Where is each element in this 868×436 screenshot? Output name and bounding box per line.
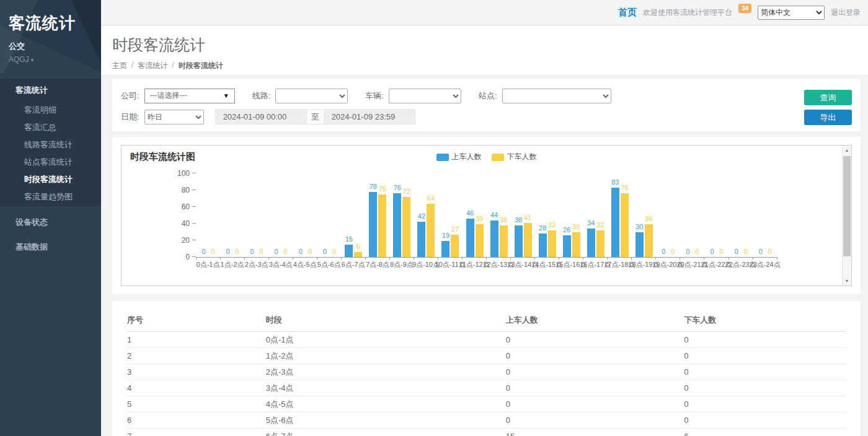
notification-badge[interactable]: 34 [738,4,751,13]
station-select[interactable] [502,89,611,103]
chart-bar-value: 44 [490,211,498,219]
date-range-group: 至 [215,109,415,124]
x-axis-category-label: 3点-4点 [269,260,293,269]
line-select[interactable] [275,89,348,103]
welcome-text: 欢迎使用客流统计管理平台 [643,7,732,18]
breadcrumb-passenger-stats[interactable]: 客流统计 [138,61,167,71]
table-header-cell: 序号 [127,311,266,332]
chart-bar-group: 1566点-7点 [341,174,365,257]
chart-bar-value: 76 [394,184,401,191]
chart-bar-value: 30 [572,223,580,230]
chart-bar-value: 19 [442,232,450,239]
legend-item-boarding[interactable]: 上车人数 [436,152,482,162]
vehicle-label: 车辆: [365,90,384,102]
filter-panel: 公司: ---请选择--- ▼ 线路: 车辆: 站点: 日期: 昨日 至 查询 … [112,79,861,131]
chart-bar [524,223,532,257]
vehicle-select[interactable] [389,89,461,103]
y-axis-tick-label: 100 [177,169,190,178]
y-axis-tick-mark [192,256,196,257]
table-cell: 6 [127,412,266,429]
language-select[interactable]: 简体中文 [758,6,825,20]
chart-bar [466,219,474,257]
home-link[interactable]: 首页 [618,7,637,19]
chart-bar-value: 0 [671,248,675,255]
select-arrow-icon: ▼ [223,92,229,99]
chart-bar-value: 15 [345,235,353,243]
chart-bar-group: 001点-2点 [220,174,244,257]
legend-label-alighting: 下车人数 [507,152,537,162]
sidebar-subitem[interactable]: 客流明细 [0,102,101,119]
table-cell: 0 [684,348,846,364]
date-preset-select[interactable]: 昨日 [144,110,204,124]
sidebar: 客流统计 公交 AQGJ▾ 客流统计 客流明细客流汇总线路客流统计站点客流统计时… [0,0,101,436]
chart-bar-value: 0 [202,248,205,255]
sidebar-item-device-status[interactable]: 设备状态 [0,210,101,235]
chart-bar-value: 0 [719,248,723,255]
chart-bar-value: 0 [710,248,714,255]
page-title: 时段客流统计 [112,35,868,55]
sidebar-item-base-data[interactable]: 基础数据 [0,235,101,259]
chart-bar-value: 38 [515,216,522,224]
table-cell: 5点-6点 [266,412,506,429]
table-row: 65点-6点00 [127,412,846,429]
line-label: 线路: [252,90,271,102]
chart-bar-value: 30 [636,223,643,230]
table-header-row: 序号时段上车人数下车人数 [127,311,846,332]
timeslot-table: 序号时段上车人数下车人数 10点-1点0021点-2点0032点-3点0043点… [127,311,846,436]
bar-chart-plot: 000点-1点001点-2点002点-3点003点-4点004点-5点005点-… [196,174,777,258]
table-row: 32点-3点00 [127,364,846,380]
chart-bar-value: 76 [621,184,628,191]
chart-bar-group: 463911点-12点 [463,174,487,257]
table-row: 10点-1点00 [127,332,846,348]
user-dropdown[interactable]: AQGJ▾ [9,55,92,64]
table-cell: 4 [127,380,266,396]
nav-group-passenger-stats: 客流统计 客流明细客流汇总线路客流统计站点客流统计时段客流统计客流量趋势图 [0,79,101,206]
sidebar-item-passenger-stats[interactable]: 客流统计 [0,79,101,102]
chart-bar-value: 0 [743,248,747,255]
sidebar-subitem[interactable]: 客流量趋势图 [0,188,101,206]
chart-bar [476,224,484,257]
search-button[interactable]: 查询 [804,90,852,105]
export-button[interactable]: 导出 [804,110,852,125]
x-axis-category-label: 0点-1点 [197,260,220,269]
chart-bar [548,230,556,257]
chart-bar-group: 002点-3点 [244,174,268,257]
chart-bar-value: 0 [284,248,288,255]
date-from-input[interactable] [215,109,307,124]
chart-bar [596,230,604,257]
logout-link[interactable]: 退出登录 [831,7,861,18]
y-axis-tick-label: 0 [185,253,190,261]
date-label: 日期: [121,111,140,123]
chart-bar-value: 42 [418,212,425,220]
table-cell: 0 [506,348,684,364]
chart-panel: 时段车流统计图 上车人数 下车人数 000点-1点001点-2点002点-3点0… [112,137,861,294]
breadcrumb-home[interactable]: 主页 [112,61,127,71]
sidebar-subitem[interactable]: 线路客流统计 [0,136,101,154]
chart-bar-group: 303918点-19点 [632,174,656,257]
chart-bar-value: 0 [686,248,689,255]
y-axis-tick-mark [192,240,196,240]
chart-bar-value: 0 [299,248,303,255]
sidebar-header: 客流统计 公交 AQGJ▾ [0,0,101,74]
sidebar-subitem[interactable]: 时段客流统计 [0,171,101,188]
sidebar-subitem[interactable]: 站点客流统计 [0,154,101,171]
breadcrumb-separator: / [131,61,133,71]
chart-bar-group: 0019点-20点 [656,174,680,257]
chart-bar-group: 263015点-16点 [559,174,583,257]
date-to-input[interactable] [324,109,415,124]
chart-bar-group: 78757点-8点 [365,174,389,257]
legend-item-alighting[interactable]: 下车人数 [492,152,537,162]
scroll-up-icon[interactable]: ▲ [843,146,851,155]
chart-vertical-scrollbar[interactable]: ▲ ▼ [842,146,851,286]
table-cell: 6 [684,429,846,436]
company-select[interactable]: ---请选择--- ▼ [144,89,235,103]
chart-bar-value: 34 [587,219,595,227]
sidebar-subitem[interactable]: 客流汇总 [0,119,101,136]
chart-bar-value: 41 [524,214,531,221]
table-cell: 2点-3点 [266,364,506,380]
table-cell: 3点-4点 [266,380,506,396]
chart-title: 时段车流统计图 [130,151,195,163]
scrollbar-thumb[interactable] [843,156,851,256]
scroll-down-icon[interactable]: ▼ [843,276,851,286]
chart-bar-value: 26 [563,226,570,233]
